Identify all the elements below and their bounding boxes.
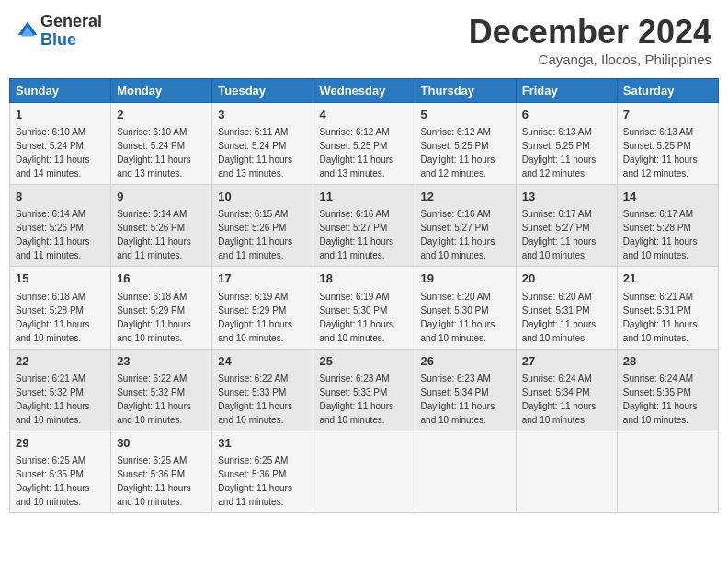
day-31: 31 Sunrise: 6:25 AMSunset: 5:36 PMDaylig… — [212, 431, 313, 512]
day-25: 25 Sunrise: 6:23 AMSunset: 5:33 PMDaylig… — [313, 349, 415, 431]
day-20: 20 Sunrise: 6:20 AMSunset: 5:31 PMDaylig… — [516, 267, 617, 349]
location-text: Cayanga, Ilocos, Philippines — [469, 52, 711, 67]
calendar-table: Sunday Monday Tuesday Wednesday Thursday… — [9, 78, 719, 513]
col-sunday: Sunday — [10, 79, 111, 103]
empty-cell-4 — [617, 431, 718, 512]
calendar-week-4: 22 Sunrise: 6:21 AMSunset: 5:32 PMDaylig… — [10, 349, 719, 431]
day-24: 24 Sunrise: 6:22 AMSunset: 5:33 PMDaylig… — [212, 349, 313, 431]
empty-cell-1 — [313, 431, 415, 512]
day-4: 4 Sunrise: 6:12 AMSunset: 5:25 PMDayligh… — [313, 103, 415, 185]
logo-general-text: General — [40, 13, 102, 31]
day-15: 15 Sunrise: 6:18 AMSunset: 5:28 PMDaylig… — [10, 267, 111, 349]
day-8: 8 Sunrise: 6:14 AMSunset: 5:26 PMDayligh… — [10, 185, 111, 267]
day-26: 26 Sunrise: 6:23 AMSunset: 5:34 PMDaylig… — [415, 349, 516, 431]
empty-cell-2 — [415, 431, 516, 512]
day-28: 28 Sunrise: 6:24 AMSunset: 5:35 PMDaylig… — [617, 349, 718, 431]
col-friday: Friday — [516, 79, 617, 103]
day-7: 7 Sunrise: 6:13 AMSunset: 5:25 PMDayligh… — [617, 103, 718, 185]
logo: General Blue — [17, 13, 102, 50]
col-tuesday: Tuesday — [212, 79, 313, 103]
col-saturday: Saturday — [617, 79, 718, 103]
day-1: 1 Sunrise: 6:10 AMSunset: 5:24 PMDayligh… — [10, 103, 111, 185]
day-22: 22 Sunrise: 6:21 AMSunset: 5:32 PMDaylig… — [10, 349, 111, 431]
day-6: 6 Sunrise: 6:13 AMSunset: 5:25 PMDayligh… — [516, 103, 617, 185]
calendar-header-row: Sunday Monday Tuesday Wednesday Thursday… — [10, 79, 719, 103]
calendar-week-5: 29 Sunrise: 6:25 AMSunset: 5:35 PMDaylig… — [10, 431, 719, 512]
col-wednesday: Wednesday — [313, 79, 415, 103]
day-16: 16 Sunrise: 6:18 AMSunset: 5:29 PMDaylig… — [111, 267, 212, 349]
calendar-week-3: 15 Sunrise: 6:18 AMSunset: 5:28 PMDaylig… — [10, 267, 719, 349]
logo-icon — [17, 20, 39, 42]
day-30: 30 Sunrise: 6:25 AMSunset: 5:36 PMDaylig… — [111, 431, 212, 512]
day-9: 9 Sunrise: 6:14 AMSunset: 5:26 PMDayligh… — [111, 185, 212, 267]
day-10: 10 Sunrise: 6:15 AMSunset: 5:26 PMDaylig… — [212, 185, 313, 267]
day-11: 11 Sunrise: 6:16 AMSunset: 5:27 PMDaylig… — [313, 185, 415, 267]
day-18: 18 Sunrise: 6:19 AMSunset: 5:30 PMDaylig… — [313, 267, 415, 349]
day-12: 12 Sunrise: 6:16 AMSunset: 5:27 PMDaylig… — [415, 185, 516, 267]
day-21: 21 Sunrise: 6:21 AMSunset: 5:31 PMDaylig… — [617, 267, 718, 349]
col-monday: Monday — [111, 79, 212, 103]
day-13: 13 Sunrise: 6:17 AMSunset: 5:27 PMDaylig… — [516, 185, 617, 267]
calendar-week-1: 1 Sunrise: 6:10 AMSunset: 5:24 PMDayligh… — [10, 103, 719, 185]
day-27: 27 Sunrise: 6:24 AMSunset: 5:34 PMDaylig… — [516, 349, 617, 431]
day-3: 3 Sunrise: 6:11 AMSunset: 5:24 PMDayligh… — [212, 103, 313, 185]
day-17: 17 Sunrise: 6:19 AMSunset: 5:29 PMDaylig… — [212, 267, 313, 349]
day-14: 14 Sunrise: 6:17 AMSunset: 5:28 PMDaylig… — [617, 185, 718, 267]
page-header: General Blue December 2024 Cayanga, Iloc… — [9, 9, 719, 71]
month-title: December 2024 — [469, 13, 711, 52]
day-5: 5 Sunrise: 6:12 AMSunset: 5:25 PMDayligh… — [415, 103, 516, 185]
col-thursday: Thursday — [415, 79, 516, 103]
empty-cell-3 — [516, 431, 617, 512]
day-23: 23 Sunrise: 6:22 AMSunset: 5:32 PMDaylig… — [111, 349, 212, 431]
calendar-week-2: 8 Sunrise: 6:14 AMSunset: 5:26 PMDayligh… — [10, 185, 719, 267]
logo-blue-text: Blue — [40, 31, 102, 50]
day-29: 29 Sunrise: 6:25 AMSunset: 5:35 PMDaylig… — [10, 431, 111, 512]
logo-text: General Blue — [40, 13, 102, 50]
day-2: 2 Sunrise: 6:10 AMSunset: 5:24 PMDayligh… — [111, 103, 212, 185]
title-block: December 2024 Cayanga, Ilocos, Philippin… — [469, 13, 711, 67]
day-19: 19 Sunrise: 6:20 AMSunset: 5:30 PMDaylig… — [415, 267, 516, 349]
